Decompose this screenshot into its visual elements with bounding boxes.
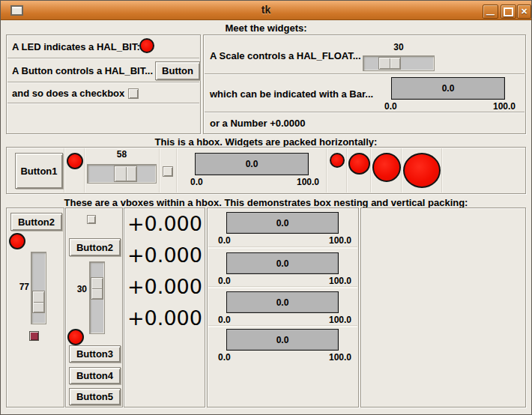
led-icon — [330, 153, 345, 168]
scale-row-label: A Scale controls a HAL_FLOAT... — [210, 50, 361, 61]
scale-value: 30 — [363, 42, 435, 52]
bar-min-label: 0.0 — [218, 352, 231, 363]
bar-scale-labels: 0.0 100.0 — [218, 276, 351, 286]
bar-indicator: 0.0 — [226, 291, 339, 313]
divider — [64, 148, 65, 193]
minimize-icon: — — [486, 10, 495, 19]
float-scale-handle[interactable] — [378, 57, 401, 70]
button5[interactable]: Button5 — [69, 388, 121, 405]
vbox-col3-numbers: +0.000 +0.000 +0.000 +0.000 — [124, 208, 205, 408]
vscale2-value: 30 — [69, 284, 87, 294]
led-icon — [9, 233, 25, 249]
close-button[interactable]: ✕ — [517, 4, 531, 19]
led-icon — [67, 153, 83, 169]
bar-indicator: 0.0 — [226, 329, 339, 351]
scale-row: A Scale controls a HAL_FLOAT... 30 — [205, 35, 525, 74]
divider — [401, 148, 402, 193]
bar-scale-labels: 0.0 100.0 — [190, 177, 319, 187]
divider — [370, 148, 372, 193]
vscale1-value: 77 — [11, 282, 29, 292]
bar-max-label: 100.0 — [297, 177, 319, 187]
bar-scale-labels: 0.0 100.0 — [218, 235, 351, 246]
divider — [208, 325, 357, 327]
led-icon — [67, 329, 84, 345]
vbox-header: These are a vboxes within a hbox. This d… — [1, 197, 531, 208]
bar-scale-labels: 0.0 100.0 — [384, 101, 516, 112]
hbox-scale-handle[interactable] — [114, 166, 137, 182]
meet-right-panel: A Scale controls a HAL_FLOAT... 30 which… — [203, 34, 526, 134]
window-title: tk — [1, 4, 531, 16]
led-row-label: A LED indicates a HAL_BIT: — [12, 41, 140, 52]
float-scale-trough[interactable] — [363, 55, 435, 71]
led-icon — [139, 38, 154, 53]
button2[interactable]: Button2 — [10, 213, 62, 231]
number-display: +0.000 — [127, 275, 202, 298]
led-icon — [403, 153, 441, 188]
bar-indicator: 0.0 — [391, 77, 505, 100]
tk-window: tk — ✕ Meet the widgets: A LED indicates… — [0, 0, 532, 415]
divider — [208, 246, 357, 249]
hal-bit-button[interactable]: Button — [155, 61, 200, 80]
hbox-scale-trough[interactable] — [87, 164, 157, 184]
divider — [441, 148, 443, 193]
bar-row-label: which can be indicated with a Bar... — [210, 88, 373, 100]
number-row-label: or a Number +0.0000 — [210, 118, 306, 129]
led-icon — [348, 153, 370, 175]
col2-checkbox[interactable] — [87, 215, 96, 224]
bar-min-label: 0.0 — [190, 177, 203, 187]
hbox-scale-value: 58 — [87, 149, 157, 160]
divider — [346, 148, 348, 193]
meet-widgets-header: Meet the widgets: — [1, 22, 531, 34]
number-display: +0.000 — [127, 243, 202, 267]
title-bar[interactable]: tk — ✕ — [1, 1, 531, 20]
number-display: +0.000 — [127, 306, 202, 330]
vscale2-handle[interactable] — [91, 277, 103, 300]
hbox-checkbox[interactable] — [163, 166, 173, 177]
close-icon: ✕ — [521, 7, 528, 16]
button2-col2[interactable]: Button2 — [69, 238, 121, 256]
button4[interactable]: Button4 — [69, 367, 121, 384]
bar-max-label: 100.0 — [329, 315, 351, 325]
vbox-col1: Button2 77 — [6, 208, 64, 408]
button-row-label: A Button controls a HAL_BIT... — [12, 65, 153, 76]
bar-min-label: 0.0 — [218, 235, 231, 246]
led-row: A LED indicates a HAL_BIT: — [7, 35, 199, 58]
bar-min-label: 0.0 — [218, 315, 231, 325]
bar-max-label: 100.0 — [329, 235, 351, 246]
divider — [159, 148, 160, 193]
button1[interactable]: Button1 — [15, 153, 63, 189]
button-row: A Button controls a HAL_BIT... Button — [7, 59, 199, 82]
vbox-col4-bars: 0.0 0.0 100.0 0.0 0.0 100.0 0.0 0.0 100.… — [207, 208, 359, 408]
bar-min-label: 0.0 — [218, 276, 231, 286]
checkbox-row-label: and so does a checkbox — [12, 88, 124, 99]
bar-max-label: 100.0 — [329, 276, 351, 286]
bar-min-label: 0.0 — [384, 101, 397, 112]
number-row: or a Number +0.0000 — [205, 113, 525, 133]
led-icon — [372, 153, 401, 182]
maximize-icon — [504, 7, 513, 16]
vbox-col2: Button2 30 Button3 Button4 Button5 — [65, 208, 123, 408]
minimize-button[interactable]: — — [483, 4, 498, 19]
maximize-button[interactable] — [501, 4, 516, 19]
bar-max-label: 100.0 — [329, 352, 351, 363]
divider — [176, 148, 178, 193]
vscale1-trough[interactable] — [31, 252, 46, 324]
bar-row: which can be indicated with a Bar... 0.0… — [205, 75, 525, 112]
number-display: +0.000 — [127, 212, 202, 235]
col1-checkbox-checked[interactable] — [29, 331, 39, 341]
checkbox-row: and so does a checkbox — [7, 83, 199, 103]
bar-indicator: 0.0 — [226, 212, 339, 234]
bar-indicator: 0.0 — [226, 252, 339, 274]
bar-scale-labels: 0.0 100.0 — [218, 352, 351, 363]
hbox-panel: Button1 58 0.0 0.0 100.0 — [6, 147, 526, 194]
divider — [208, 286, 357, 288]
hbox-header: This is a hbox. Widgets are packed horiz… — [1, 136, 531, 148]
vscale1-handle[interactable] — [32, 291, 45, 313]
hal-bit-checkbox[interactable] — [128, 88, 139, 99]
button3[interactable]: Button3 — [69, 345, 121, 363]
vscale2-trough[interactable] — [89, 261, 105, 334]
meet-left-panel: A LED indicates a HAL_BIT: A Button cont… — [6, 34, 201, 134]
bar-indicator: 0.0 — [195, 153, 309, 175]
divider — [326, 148, 327, 193]
bar-max-label: 100.0 — [493, 101, 516, 112]
